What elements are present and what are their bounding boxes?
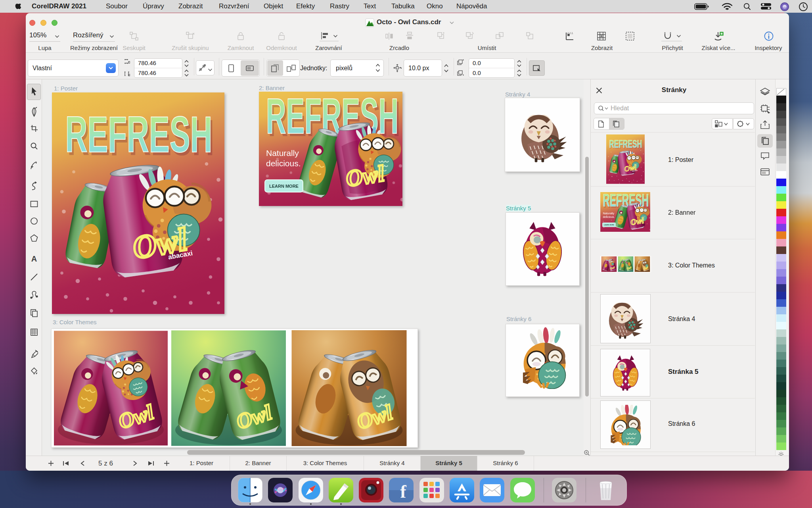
svg-text:A: A	[31, 255, 37, 263]
svg-text:f: f	[400, 481, 406, 502]
